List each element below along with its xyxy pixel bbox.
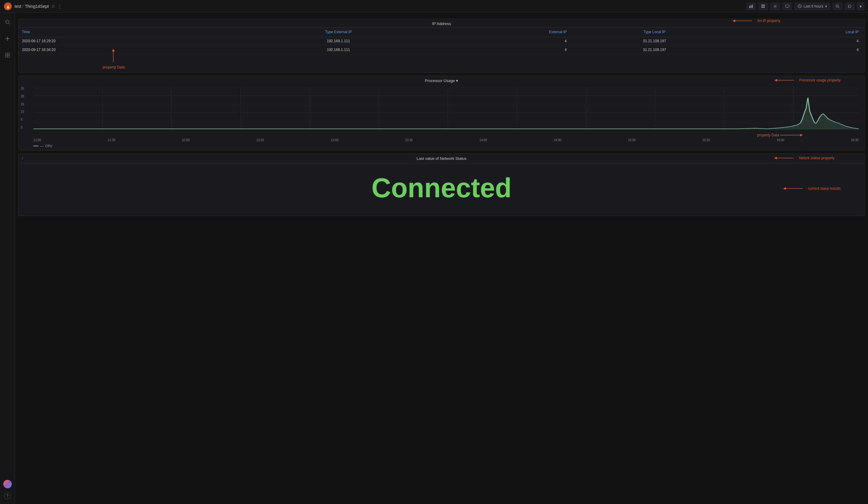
cell-local-ip: 4 [739, 37, 865, 46]
chart-view-button[interactable] [746, 3, 756, 10]
svg-rect-2 [749, 6, 750, 8]
cell-type-ext-ip: 192.168.1.111 [245, 46, 432, 54]
svg-rect-14 [8, 53, 10, 55]
x-label-5: 13:30 [405, 139, 413, 142]
svg-rect-9 [785, 5, 789, 7]
x-label-10: 16:00 [777, 139, 784, 142]
x-label-1: 11:30 [108, 139, 115, 142]
content-area: Your thing name An IP property property … [15, 13, 868, 504]
status-panel-header: i Last value of Network Status [18, 154, 865, 163]
ip-data-table: Time Type External IP External IP Type L… [18, 28, 865, 54]
help-button[interactable]: ? [4, 493, 11, 499]
sidebar-item-grid[interactable] [3, 51, 12, 61]
svg-rect-5 [761, 4, 765, 6]
cell-local-ip: 4 [739, 46, 865, 54]
legend-line-cpu [33, 146, 38, 146]
main-layout: ? Your thing name [0, 13, 868, 504]
time-range-button[interactable]: Last 6 hours ▾ [794, 3, 830, 10]
table-header-row: Time Type External IP External IP Type L… [18, 28, 865, 37]
zoom-button[interactable] [833, 3, 843, 10]
chart-svg [33, 87, 859, 129]
header-right: Last 6 hours ▾ ▾ [746, 2, 865, 10]
ip-panel-title: IP Address [18, 19, 865, 28]
x-label-8: 15:00 [628, 139, 636, 142]
sidebar-item-add[interactable] [3, 34, 12, 44]
monitor-button[interactable] [783, 3, 792, 10]
x-label-7: 14:30 [554, 139, 561, 142]
svg-point-12 [6, 20, 9, 23]
share-icon[interactable]: ⋮ [58, 3, 62, 9]
network-status-value: Connected [18, 163, 865, 216]
svg-rect-3 [751, 5, 751, 8]
table-row: 2020-09-17 16:29:20 192.168.1.111 4 31.2… [18, 37, 865, 46]
x-label-2: 12:00 [182, 139, 189, 142]
col-type-ext-ip: Type External IP [245, 28, 432, 37]
cell-ext-ip: 4 [432, 37, 570, 46]
network-status-panel: Netork status property current staus res… [18, 153, 865, 216]
sidebar-bottom: ? [3, 480, 12, 504]
star-icon[interactable]: ☆ [51, 3, 55, 9]
svg-marker-34 [33, 98, 859, 129]
cell-time: 2020-09-17 16:34:20 [18, 46, 245, 54]
breadcrumb-sep: / [23, 4, 24, 9]
refresh-button[interactable] [845, 3, 855, 10]
app-logo: 🔥 [3, 2, 12, 11]
cell-type-local-ip: 31.21.108.197 [570, 37, 739, 46]
cell-ext-ip: 4 [432, 46, 570, 54]
svg-rect-15 [6, 56, 7, 57]
x-label-4: 13:00 [331, 139, 339, 142]
col-ext-ip: External IP [432, 28, 570, 37]
x-label-0: 11:00 [33, 139, 41, 142]
legend-label-cpu: CPU [45, 144, 52, 148]
col-type-local-ip: Type Local IP [570, 28, 739, 37]
svg-rect-4 [752, 4, 753, 8]
sidebar: ? [0, 13, 15, 504]
chart-legend: — CPU [18, 143, 865, 150]
time-range-chevron: ▾ [825, 4, 827, 8]
chart-header: Processor Usage ▾ [18, 76, 865, 84]
svg-rect-16 [8, 56, 10, 57]
breadcrumb: test / Thing14Sept [14, 4, 49, 9]
processor-chart-panel: Processor usage property property Data P… [18, 76, 865, 151]
x-label-9: 15:30 [703, 139, 710, 142]
top-header: 🔥 test / Thing14Sept ☆ ⋮ [0, 0, 868, 13]
ip-address-panel: An IP property property Data IP Address … [18, 19, 865, 73]
chart-title-button[interactable]: Processor Usage ▾ [425, 78, 458, 83]
cell-type-local-ip: 31.21.108.197 [570, 46, 739, 54]
header-left: 🔥 test / Thing14Sept ☆ ⋮ [3, 2, 62, 11]
sidebar-item-search[interactable] [3, 18, 12, 28]
user-avatar[interactable] [3, 480, 12, 488]
x-label-11: 16:30 [851, 139, 859, 142]
legend-dash: — [40, 144, 43, 148]
cell-type-ext-ip: 192.168.1.111 [245, 37, 432, 46]
table-row: 2020-09-17 16:34:20 192.168.1.111 4 31.2… [18, 46, 865, 54]
breadcrumb-thing[interactable]: Thing14Sept [25, 4, 49, 9]
svg-rect-13 [6, 53, 7, 55]
breadcrumb-test[interactable]: test [14, 4, 21, 9]
y-axis-labels: 25 20 15 10 5 0 [21, 87, 24, 129]
x-label-3: 12:30 [257, 139, 264, 142]
svg-rect-6 [761, 6, 765, 7]
svg-point-8 [775, 6, 776, 7]
chart-chevron: ▾ [456, 78, 458, 83]
chart-area [18, 84, 865, 139]
status-info-icon: i [22, 156, 23, 160]
more-button[interactable]: ▾ [857, 2, 865, 10]
col-time: Time [18, 28, 245, 37]
table-view-button[interactable] [758, 3, 768, 10]
x-axis-labels: 11:00 11:30 12:00 12:30 13:00 13:30 14:0… [18, 139, 865, 143]
cell-time: 2020-09-17 16:29:20 [18, 37, 245, 46]
svg-text:🔥: 🔥 [6, 4, 11, 9]
time-range-label: Last 6 hours [804, 4, 823, 8]
svg-rect-7 [761, 7, 765, 8]
settings-button[interactable] [770, 3, 780, 10]
col-local-ip: Local IP [739, 28, 865, 37]
x-label-6: 14:00 [479, 139, 487, 142]
